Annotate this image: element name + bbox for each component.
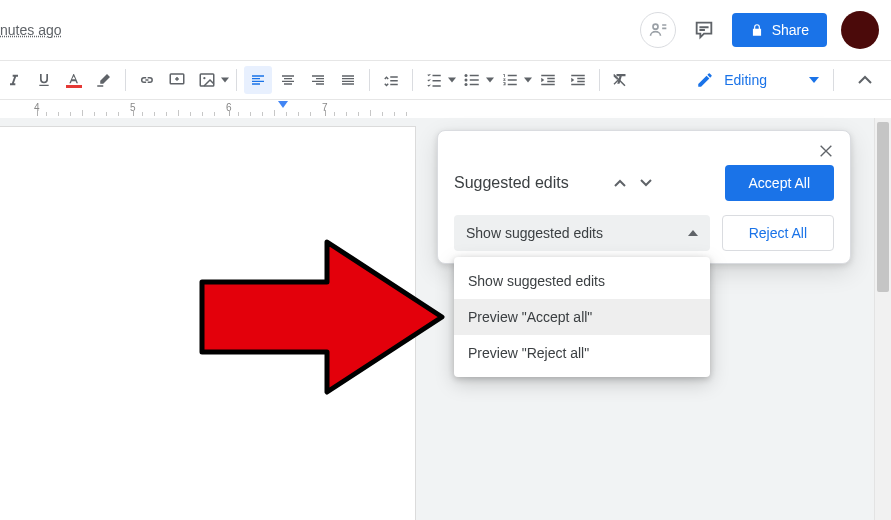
align-center-button[interactable] xyxy=(274,66,302,94)
document-page[interactable]: imple. Here's how to set it up. umber of… xyxy=(0,126,416,520)
ruler-major-tick: 7 xyxy=(322,102,328,116)
editing-mode-button[interactable]: Editing xyxy=(681,64,826,96)
svg-point-6 xyxy=(465,83,468,86)
person-present-icon xyxy=(648,20,668,40)
numbered-list-button[interactable] xyxy=(496,66,524,94)
align-left-button[interactable] xyxy=(244,66,272,94)
collapse-toolbar-button[interactable] xyxy=(847,62,883,98)
toolbar: Editing xyxy=(0,60,891,100)
suggestion-view-dropdown: Show suggested edits Show suggested edit… xyxy=(454,215,710,251)
chevron-up-icon xyxy=(858,75,872,85)
dropdown-option-preview-reject[interactable]: Preview "Reject all" xyxy=(454,335,710,371)
last-opened-link[interactable]: nutes ago xyxy=(0,22,62,38)
close-icon xyxy=(818,143,834,159)
caret-down-icon xyxy=(809,77,819,83)
checklist-button[interactable] xyxy=(420,66,448,94)
doc-paragraph: nent is useful—perhaps you want to ultip… xyxy=(0,415,339,480)
dropdown-option-preview-accept[interactable]: Preview "Accept all" xyxy=(454,299,710,335)
ruler-major-tick: 5 xyxy=(130,102,136,116)
caret-down-icon xyxy=(448,76,456,84)
svg-point-5 xyxy=(465,79,468,82)
share-button[interactable]: Share xyxy=(732,13,827,47)
vertical-scrollbar[interactable] xyxy=(874,118,891,520)
insert-link-button[interactable] xyxy=(133,66,161,94)
decrease-indent-button[interactable] xyxy=(534,66,562,94)
editing-label: Editing xyxy=(724,72,767,88)
dropdown-selected-label: Show suggested edits xyxy=(466,225,603,241)
next-suggestion-button[interactable] xyxy=(633,170,659,196)
panel-title: Suggested edits xyxy=(454,174,569,192)
chevron-down-icon xyxy=(640,179,652,187)
share-label: Share xyxy=(772,22,809,38)
doc-paragraph: iet marked on physical paper, once upon xyxy=(0,500,339,520)
ruler-major-tick: 6 xyxy=(226,102,232,116)
increase-indent-button[interactable] xyxy=(564,66,592,94)
prev-suggestion-button[interactable] xyxy=(607,170,633,196)
avatar[interactable] xyxy=(841,11,879,49)
scrollbar-thumb[interactable] xyxy=(877,122,889,292)
doc-paragraph: imple. Here's how to set it up. xyxy=(0,297,339,319)
svg-rect-2 xyxy=(200,74,214,86)
close-panel-button[interactable] xyxy=(810,135,842,167)
caret-down-icon xyxy=(221,76,229,84)
italic-button[interactable] xyxy=(0,66,28,94)
insert-image-button[interactable] xyxy=(193,66,221,94)
highlight-button[interactable] xyxy=(90,66,118,94)
align-justify-button[interactable] xyxy=(334,66,362,94)
caret-down-icon xyxy=(486,76,494,84)
ruler[interactable]: 4567 xyxy=(0,100,891,118)
underline-button[interactable] xyxy=(30,66,58,94)
header-bar: nutes ago Share xyxy=(0,0,891,60)
ruler-major-tick: 4 xyxy=(34,102,40,116)
chevron-up-icon xyxy=(614,179,626,187)
text-color-button[interactable] xyxy=(60,66,88,94)
pencil-icon xyxy=(696,71,714,89)
comments-button[interactable] xyxy=(686,12,722,48)
bulleted-list-button[interactable] xyxy=(458,66,486,94)
clear-formatting-button[interactable] xyxy=(607,66,635,94)
suggested-edits-panel: Suggested edits Accept All Show suggeste… xyxy=(437,130,851,264)
caret-down-icon xyxy=(524,76,532,84)
line-spacing-button[interactable] xyxy=(377,66,405,94)
dropdown-toggle[interactable]: Show suggested edits xyxy=(454,215,710,251)
accept-all-button[interactable]: Accept All xyxy=(725,165,834,201)
align-right-button[interactable] xyxy=(304,66,332,94)
reject-all-button[interactable]: Reject All xyxy=(722,215,834,251)
dropdown-menu: Show suggested edits Preview "Accept all… xyxy=(454,257,710,377)
caret-up-icon xyxy=(688,230,698,236)
comment-icon xyxy=(693,19,715,41)
insert-comment-button[interactable] xyxy=(163,66,191,94)
dropdown-option-show[interactable]: Show suggested edits xyxy=(454,263,710,299)
lock-icon xyxy=(750,23,764,37)
indent-marker[interactable] xyxy=(278,101,288,108)
doc-paragraph: umber of features. xyxy=(0,339,339,361)
svg-point-3 xyxy=(203,77,205,79)
svg-point-0 xyxy=(653,24,658,29)
text-color-swatch xyxy=(66,85,82,88)
present-icon-button[interactable] xyxy=(640,12,676,48)
svg-point-4 xyxy=(465,74,468,77)
